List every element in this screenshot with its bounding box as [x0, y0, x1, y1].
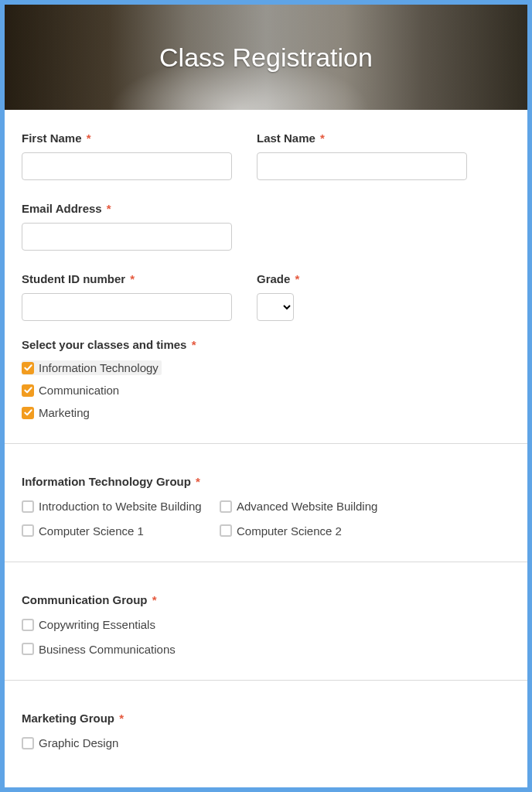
label-text: First Name: [22, 131, 82, 145]
field-first-name: First Name *: [22, 131, 232, 180]
group-title-text: Marketing Group: [22, 712, 114, 725]
checkbox-checked-icon: [22, 384, 34, 397]
group-section-0: Information Technology Group *Introducti…: [5, 443, 527, 562]
label-first-name: First Name *: [22, 131, 232, 145]
required-mark: *: [320, 131, 325, 145]
checkbox-label: Information Technology: [39, 361, 159, 374]
checkbox-item-class-1[interactable]: Communication: [22, 383, 122, 398]
checkbox-label: Marketing: [39, 406, 90, 419]
required-mark: *: [116, 712, 124, 725]
label-text: Select your classes and times: [22, 338, 186, 351]
checkbox-item-class-2[interactable]: Marketing: [22, 405, 93, 420]
field-student-id: Student ID number *: [22, 272, 232, 321]
checkbox-label: Business Communications: [39, 643, 176, 656]
label-student-id: Student ID number *: [22, 272, 232, 285]
student-id-input[interactable]: [22, 293, 232, 321]
required-mark: *: [107, 202, 111, 215]
checkbox-item-g0-3[interactable]: Computer Science 2: [220, 524, 345, 538]
row-name: First Name * Last Name *: [22, 131, 510, 180]
checkbox-item-g0-1[interactable]: Advanced Website Building: [220, 499, 380, 514]
group-section-2: Marketing Group *Graphic Design: [5, 680, 527, 774]
checkbox-label: Copywriting Essentials: [39, 618, 155, 631]
label-last-name: Last Name *: [257, 131, 467, 145]
label-email: Email Address *: [22, 202, 232, 215]
class-select-list: Information TechnologyCommunicationMarke…: [22, 360, 510, 420]
checkbox-unchecked-icon: [22, 737, 34, 749]
checkbox-label: Computer Science 1: [39, 524, 144, 538]
email-input[interactable]: [22, 223, 232, 251]
group-title: Communication Group *: [22, 593, 510, 606]
required-mark: *: [193, 475, 200, 488]
checkbox-unchecked-icon: [220, 524, 232, 537]
checkbox-item-g0-0[interactable]: Introduction to Website Building: [22, 499, 205, 514]
group-title-text: Information Technology Group: [22, 475, 191, 488]
first-name-input[interactable]: [22, 152, 232, 180]
checkbox-unchecked-icon: [22, 524, 34, 537]
label-text: Student ID number: [22, 272, 125, 285]
checkbox-label: Advanced Website Building: [237, 500, 377, 513]
form-page: Class Registration First Name * Last Nam…: [5, 5, 527, 787]
checkbox-unchecked-icon: [220, 500, 232, 513]
checkbox-item-class-0[interactable]: Information Technology: [22, 360, 162, 375]
label-text: Last Name: [257, 131, 315, 145]
field-last-name: Last Name *: [257, 131, 467, 180]
group-section-1: Communication Group *Copywriting Essenti…: [5, 562, 527, 680]
groups-container: Information Technology Group *Introducti…: [5, 443, 527, 774]
required-mark: *: [130, 272, 135, 285]
row-email: Email Address *: [22, 202, 510, 251]
label-text: Grade: [257, 272, 290, 285]
group-title-text: Communication Group: [22, 593, 148, 606]
checkbox-label: Communication: [39, 384, 119, 397]
checkbox-item-g2-0[interactable]: Graphic Design: [22, 736, 121, 750]
class-select-block: Select your classes and times * Informat…: [22, 338, 510, 420]
checkbox-item-g1-1[interactable]: Business Communications: [22, 642, 179, 657]
required-mark: *: [295, 272, 300, 285]
hero-banner: Class Registration: [5, 5, 527, 110]
label-text: Email Address: [22, 202, 102, 215]
checkbox-label: Graphic Design: [39, 736, 118, 749]
checkbox-unchecked-icon: [22, 500, 34, 513]
group-option-list: Graphic Design: [22, 736, 510, 753]
field-grade: Grade *: [257, 272, 299, 321]
checkbox-checked-icon: [22, 407, 34, 419]
checkbox-checked-icon: [22, 362, 34, 374]
row-id-grade: Student ID number * Grade *: [22, 272, 510, 321]
checkbox-unchecked-icon: [22, 619, 34, 631]
form-content: First Name * Last Name * Email Address *: [5, 110, 527, 420]
field-email: Email Address *: [22, 202, 232, 251]
label-class-select: Select your classes and times *: [22, 338, 510, 351]
checkbox-item-g0-2[interactable]: Computer Science 1: [22, 524, 147, 538]
required-mark: *: [87, 131, 91, 145]
page-title: Class Registration: [159, 43, 373, 73]
required-mark: *: [192, 338, 196, 351]
checkbox-item-g1-0[interactable]: Copywriting Essentials: [22, 617, 159, 632]
group-title: Marketing Group *: [22, 712, 510, 725]
grade-select[interactable]: [257, 293, 294, 321]
group-title: Information Technology Group *: [22, 475, 510, 488]
checkbox-label: Computer Science 2: [237, 524, 342, 538]
last-name-input[interactable]: [257, 152, 467, 180]
group-option-list: Introduction to Website BuildingAdvanced…: [22, 499, 510, 540]
checkbox-label: Introduction to Website Building: [39, 500, 202, 513]
required-mark: *: [149, 593, 157, 606]
checkbox-unchecked-icon: [22, 643, 34, 655]
group-option-list: Copywriting EssentialsBusiness Communica…: [22, 617, 510, 658]
label-grade: Grade *: [257, 272, 299, 285]
